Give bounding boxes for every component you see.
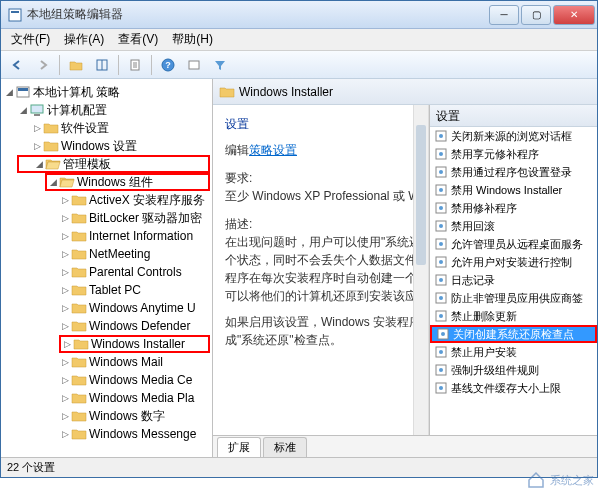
filter-button[interactable]	[208, 54, 232, 76]
expander-icon[interactable]: ▷	[59, 375, 71, 385]
expander-icon[interactable]: ▷	[59, 303, 71, 313]
policy-item-icon	[434, 255, 448, 269]
tree-item[interactable]: ▷Internet Information	[59, 227, 210, 245]
forward-button[interactable]	[31, 54, 55, 76]
policy-item-icon	[434, 309, 448, 323]
settings-item[interactable]: 禁用享元修补程序	[430, 145, 597, 163]
tree-windows-settings[interactable]: ▷ Windows 设置	[31, 137, 210, 155]
expander-icon[interactable]: ▷	[59, 213, 71, 223]
settings-item[interactable]: 允许用户对安装进行控制	[430, 253, 597, 271]
svg-rect-7	[189, 61, 199, 69]
tree-pane[interactable]: ◢ 本地计算机 策略 ◢ 计算机配置 ▷ 软件设置	[1, 79, 213, 457]
folder-icon	[71, 319, 87, 333]
tree-software-settings[interactable]: ▷ 软件设置	[31, 119, 210, 137]
settings-item-label: 禁用享元修补程序	[451, 147, 539, 162]
policy-item-icon	[434, 381, 448, 395]
expander-icon[interactable]: ◢	[33, 159, 45, 169]
expander-icon[interactable]: ▷	[31, 141, 43, 151]
tree-item[interactable]: ▷Parental Controls	[59, 263, 210, 281]
minimize-button[interactable]: ─	[489, 5, 519, 25]
expander-icon[interactable]: ▷	[59, 393, 71, 403]
svg-point-15	[439, 152, 443, 156]
svg-rect-0	[9, 9, 21, 21]
menu-view[interactable]: 查看(V)	[112, 29, 164, 50]
tree-item[interactable]: ▷Tablet PC	[59, 281, 210, 299]
tree-item-label: Parental Controls	[89, 265, 182, 279]
settings-column-header[interactable]: 设置	[430, 105, 597, 127]
tab-extended[interactable]: 扩展	[217, 437, 261, 457]
tree-item[interactable]: ▷Windows 数字	[59, 407, 210, 425]
help-button[interactable]: ?	[156, 54, 180, 76]
maximize-button[interactable]: ▢	[521, 5, 551, 25]
settings-item[interactable]: 允许管理员从远程桌面服务	[430, 235, 597, 253]
menu-file[interactable]: 文件(F)	[5, 29, 56, 50]
tree-item[interactable]: ▷Windows Media Pla	[59, 389, 210, 407]
expander-icon[interactable]: ▷	[59, 285, 71, 295]
tree-item-label: Windows Defender	[89, 319, 190, 333]
show-hide-button[interactable]	[90, 54, 114, 76]
tree-item[interactable]: ▷NetMeeting	[59, 245, 210, 263]
folder-icon	[71, 355, 87, 369]
settings-item-label: 防止非管理员应用供应商签	[451, 291, 583, 306]
folder-icon	[43, 139, 59, 153]
properties-button[interactable]	[182, 54, 206, 76]
up-button[interactable]	[64, 54, 88, 76]
tree-computer-config[interactable]: ◢ 计算机配置	[17, 101, 210, 119]
menu-action[interactable]: 操作(A)	[58, 29, 110, 50]
settings-item[interactable]: 日志记录	[430, 271, 597, 289]
menu-help[interactable]: 帮助(H)	[166, 29, 219, 50]
tree-windows-components[interactable]: ◢ Windows 组件	[45, 173, 210, 191]
settings-item[interactable]: 禁止用户安装	[430, 343, 597, 361]
body: ◢ 本地计算机 策略 ◢ 计算机配置 ▷ 软件设置	[1, 79, 597, 457]
divider	[118, 55, 119, 75]
expander-icon[interactable]: ▷	[61, 339, 73, 349]
export-button[interactable]	[123, 54, 147, 76]
svg-point-29	[439, 278, 443, 282]
back-button[interactable]	[5, 54, 29, 76]
settings-item[interactable]: 禁用修补程序	[430, 199, 597, 217]
tree-item[interactable]: ▷Windows Installer	[59, 335, 210, 353]
expander-icon[interactable]: ◢	[17, 105, 29, 115]
edit-policy-link[interactable]: 策略设置	[249, 143, 297, 157]
close-button[interactable]: ✕	[553, 5, 595, 25]
settings-item[interactable]: 防止非管理员应用供应商签	[430, 289, 597, 307]
settings-item[interactable]: 关闭新来源的浏览对话框	[430, 127, 597, 145]
tab-standard[interactable]: 标准	[263, 437, 307, 457]
expander-icon[interactable]: ▷	[59, 429, 71, 439]
settings-item[interactable]: 关闭创建系统还原检查点	[430, 325, 597, 343]
settings-item-label: 允许管理员从远程桌面服务	[451, 237, 583, 252]
expander-icon[interactable]: ◢	[3, 87, 15, 97]
settings-list[interactable]: 关闭新来源的浏览对话框禁用享元修补程序禁用通过程序包设置登录禁用 Windows…	[430, 127, 597, 435]
folder-icon	[43, 121, 59, 135]
scrollbar-thumb[interactable]	[416, 125, 426, 265]
settings-item[interactable]: 强制升级组件规则	[430, 361, 597, 379]
settings-item-label: 禁用通过程序包设置登录	[451, 165, 572, 180]
tree-item[interactable]: ▷Windows Messenge	[59, 425, 210, 443]
settings-item[interactable]: 禁用 Windows Installer	[430, 181, 597, 199]
expander-icon[interactable]: ▷	[59, 357, 71, 367]
settings-item[interactable]: 禁止删除更新	[430, 307, 597, 325]
tree-item[interactable]: ▷Windows Defender	[59, 317, 210, 335]
expander-icon[interactable]: ▷	[59, 249, 71, 259]
tree-item[interactable]: ▷Windows Media Ce	[59, 371, 210, 389]
expander-icon[interactable]: ▷	[59, 231, 71, 241]
expander-icon[interactable]: ▷	[59, 195, 71, 205]
settings-item[interactable]: 禁用回滚	[430, 217, 597, 235]
settings-item[interactable]: 基线文件缓存大小上限	[430, 379, 597, 397]
tree-item[interactable]: ▷Windows Mail	[59, 353, 210, 371]
tree-item[interactable]: ▷Windows Anytime U	[59, 299, 210, 317]
expander-icon[interactable]: ▷	[31, 123, 43, 133]
expander-icon[interactable]: ▷	[59, 321, 71, 331]
scrollbar[interactable]	[413, 105, 429, 435]
tree-item[interactable]: ▷ActiveX 安装程序服务	[59, 191, 210, 209]
settings-item[interactable]: 禁用通过程序包设置登录	[430, 163, 597, 181]
expander-icon[interactable]: ▷	[59, 411, 71, 421]
tree-root[interactable]: ◢ 本地计算机 策略	[3, 83, 210, 101]
tree-admin-templates[interactable]: ◢ 管理模板	[17, 155, 210, 173]
settings-panel: 设置 关闭新来源的浏览对话框禁用享元修补程序禁用通过程序包设置登录禁用 Wind…	[429, 105, 597, 435]
expander-icon[interactable]: ▷	[59, 267, 71, 277]
watermark: 系统之家	[526, 470, 594, 490]
expander-icon[interactable]: ◢	[47, 177, 59, 187]
tree-item[interactable]: ▷BitLocker 驱动器加密	[59, 209, 210, 227]
status-text: 22 个设置	[7, 461, 55, 473]
